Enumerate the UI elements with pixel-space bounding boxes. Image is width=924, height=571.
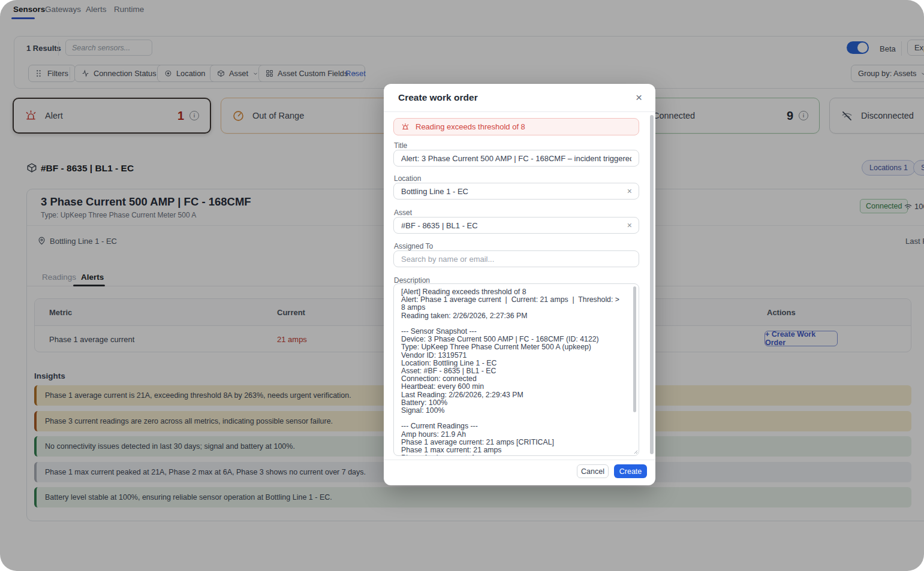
close-icon[interactable]: × <box>636 92 642 103</box>
create-button[interactable]: Create <box>614 464 647 478</box>
asset-label: Asset <box>394 209 412 217</box>
assigned-to-input[interactable] <box>393 250 639 267</box>
textarea-scrollbar[interactable] <box>633 286 636 412</box>
location-label: Location <box>394 174 421 183</box>
modal-footer-divider <box>384 460 655 460</box>
location-input[interactable] <box>393 183 639 200</box>
cancel-button[interactable]: Cancel <box>577 464 609 478</box>
description-textarea[interactable]: [Alert] Reading exceeds threshold of 8 A… <box>393 283 639 456</box>
asset-input[interactable] <box>393 217 639 234</box>
resize-handle[interactable] <box>633 449 638 454</box>
modal-title: Create work order <box>398 92 478 103</box>
alarm-icon <box>401 123 410 131</box>
alert-banner-text: Reading exceeds threshold of 8 <box>416 122 525 131</box>
title-label: Title <box>394 141 407 150</box>
title-input[interactable] <box>393 150 639 167</box>
alert-banner: Reading exceeds threshold of 8 <box>393 118 639 135</box>
assigned-to-label: Assigned To <box>394 242 433 250</box>
modal-header-divider <box>384 111 655 112</box>
modal-scrollbar[interactable] <box>650 115 654 454</box>
clear-asset-icon[interactable]: × <box>627 221 632 229</box>
clear-location-icon[interactable]: × <box>627 187 632 195</box>
create-work-order-modal: Create work order × Reading exceeds thre… <box>384 84 655 485</box>
app-window: Sensors Gateways Alerts Runtime 1 Result… <box>0 0 924 571</box>
